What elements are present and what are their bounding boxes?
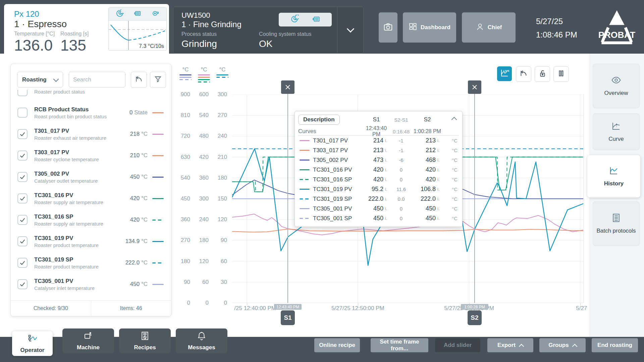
axis-tick-label: 150 — [207, 195, 227, 202]
tooltip-series-name: TC301_019 SP — [313, 196, 362, 202]
funnel-icon — [154, 75, 162, 84]
info-icon[interactable]: i. — [383, 187, 391, 192]
sensor-value: 218 °C — [130, 131, 148, 137]
checkbox-unchecked[interactable] — [17, 90, 28, 96]
sensor-labels: TC305_001 PVCatalyser inlet temperature — [34, 278, 95, 291]
set-time-frame-from--button[interactable]: Set time frame from... — [371, 338, 428, 352]
info-icon[interactable]: i. — [436, 177, 443, 182]
series-swatch-dashed — [300, 198, 310, 199]
info-icon[interactable]: i. — [436, 187, 443, 192]
user-button-label: Chief — [488, 24, 502, 31]
search-input[interactable] — [69, 72, 125, 87]
info-icon[interactable]: i. — [383, 206, 391, 211]
axis-series-legend[interactable] — [198, 74, 210, 82]
tab-batch-protocols[interactable]: Batch protocols — [593, 201, 640, 246]
info-icon[interactable]: i. — [436, 216, 443, 221]
info-icon[interactable]: i. — [383, 138, 391, 143]
sensor-row[interactable]: Roaster product status — [11, 90, 171, 102]
axis-series-legend[interactable] — [216, 74, 228, 78]
sensor-row[interactable]: T301_017 PVRoaster exhaust air temperatu… — [11, 123, 171, 145]
series-swatch-dashed — [300, 179, 310, 180]
user-icon — [476, 22, 484, 33]
checkbox-checked[interactable] — [17, 193, 28, 203]
grinder-expand-button[interactable] — [337, 7, 363, 53]
checkbox-checked[interactable] — [17, 215, 28, 225]
screenshot-button[interactable] — [379, 12, 397, 43]
pause-button[interactable] — [553, 66, 569, 82]
checkbox-checked[interactable] — [17, 258, 28, 268]
undo-zoom-button[interactable] — [516, 66, 531, 82]
info-icon[interactable]: i. — [436, 206, 443, 211]
sensor-name: TC305_001 PV — [34, 278, 95, 285]
filter-button[interactable] — [150, 72, 166, 88]
online-recipe-button[interactable]: Online recipe — [314, 338, 360, 352]
sensor-unit: °C — [141, 131, 148, 137]
grinder-coil-icon — [290, 15, 299, 25]
slider-s2-handle[interactable]: S2 — [468, 310, 482, 325]
remove-slider-s2-button[interactable] — [468, 80, 481, 94]
info-icon[interactable]: i. — [436, 167, 443, 172]
info-icon[interactable]: i. — [436, 158, 443, 163]
slider-s1-handle[interactable]: S1 — [281, 310, 295, 325]
tab-overview[interactable]: Overview — [593, 64, 640, 108]
info-icon[interactable]: i. — [383, 167, 391, 172]
tooltip-series-row: TC301_019 PV95.2i.11.6106.8i.°C — [298, 184, 459, 194]
roaster-status-card[interactable]: Px 120 1 · Espresso Temperature [°C] 136… — [4, 4, 169, 54]
sensor-row[interactable]: RCB Product StatusRoast product bin prod… — [11, 102, 171, 123]
sensor-row[interactable]: T303_017 PVRoaster cyclone temperature21… — [11, 145, 171, 166]
checkbox-checked[interactable] — [17, 172, 28, 182]
tooltip-diff-value: -1 — [391, 138, 412, 143]
description-toggle-button[interactable]: Description — [298, 115, 340, 125]
collapse-tooltip-icon[interactable] — [451, 117, 457, 123]
slider-line-s1[interactable] — [287, 94, 288, 303]
reset-selection-button[interactable] — [131, 72, 147, 88]
tooltip-series-name: TC301_016 PV — [313, 167, 362, 173]
tab-curve[interactable]: Curve — [593, 113, 640, 150]
sensor-unit: °C — [141, 281, 148, 287]
info-icon[interactable]: i. — [436, 138, 443, 143]
s1-timestamp: 12:43:40 PM — [362, 125, 391, 137]
sensor-row[interactable]: T305_002 PVCatalyser outlet temperature4… — [11, 166, 171, 188]
lock-button[interactable] — [535, 66, 550, 82]
checkbox-checked[interactable] — [17, 129, 28, 139]
sensor-row[interactable]: TC305_001 PVCatalyser inlet temperature4… — [11, 274, 171, 295]
checkbox-checked[interactable] — [17, 279, 28, 289]
info-icon[interactable]: i. — [436, 148, 443, 153]
axis-series-legend[interactable] — [179, 74, 192, 80]
roaster-mini-chart[interactable]: 7.3 °C/10s — [108, 7, 167, 51]
bottom-tab-operator[interactable]: Operator — [12, 331, 53, 356]
info-icon[interactable]: i. — [383, 158, 391, 163]
sensor-row[interactable]: TC301_019 PVRoaster product temperature1… — [11, 231, 171, 252]
sensor-row[interactable]: TC301_019 SPRoaster product temperature2… — [11, 252, 171, 274]
info-icon[interactable]: i. — [383, 148, 391, 153]
info-icon[interactable]: i. — [383, 177, 391, 182]
info-icon[interactable]: i. — [436, 196, 443, 201]
axis-tick-label: 540 — [189, 112, 209, 119]
checkbox-unchecked[interactable] — [17, 108, 28, 118]
tooltip-series-row: TC305_001 SP450i.0450i.°C — [298, 214, 459, 223]
bottom-tab-machine[interactable]: Machine — [62, 328, 114, 353]
export-button[interactable]: Export — [487, 338, 533, 352]
info-icon[interactable]: i. — [383, 196, 391, 201]
slider-line-s2[interactable] — [474, 94, 475, 303]
remove-slider-s1-button[interactable] — [281, 80, 294, 94]
bottom-bar: OperatorMachineRecipesMessages Online re… — [0, 337, 644, 362]
tooltip-s2-value: 106.8 — [412, 186, 436, 193]
end-roasting-button[interactable]: End roasting — [592, 338, 638, 352]
checkbox-checked[interactable] — [17, 150, 28, 161]
checkbox-checked[interactable] — [17, 236, 28, 246]
sensor-row[interactable]: TC301_016 PVRoaster supply air temperatu… — [11, 188, 171, 209]
tooltip-s1-value: 420 — [362, 166, 383, 173]
category-select-value: Roasting — [22, 76, 47, 83]
groups-button[interactable]: Groups — [539, 338, 586, 352]
category-select[interactable]: Roasting — [17, 72, 63, 87]
bottom-tab-recipes[interactable]: Recipes — [119, 328, 171, 353]
user-button[interactable]: Chief — [462, 12, 516, 43]
sensor-row[interactable]: TC301_016 SPRoaster supply air temperatu… — [11, 209, 171, 231]
bottom-tab-messages[interactable]: Messages — [176, 328, 227, 353]
grinder-status-card[interactable]: UW1500 1 · Fine Grinding Process status … — [173, 7, 364, 54]
dashboard-button[interactable]: Dashboard — [403, 12, 456, 43]
live-mode-button[interactable]: LIVE — [497, 66, 512, 81]
tab-history[interactable]: History — [587, 155, 640, 197]
info-icon[interactable]: i. — [383, 216, 391, 221]
